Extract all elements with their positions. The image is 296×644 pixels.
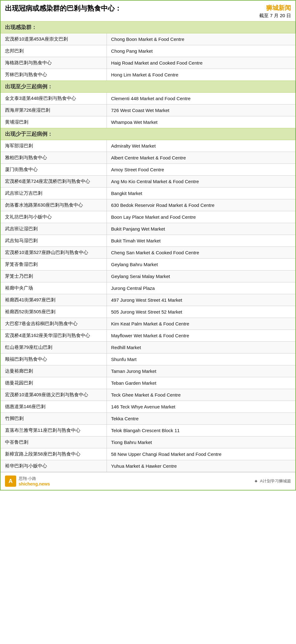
market-english: Albert Centre Market & Food Centre — [107, 152, 295, 164]
market-english: Admiralty Wet Market — [107, 140, 295, 152]
market-chinese: 海格路巴剎与熟食中心 — [1, 57, 107, 69]
market-english: Cheng San Market & Cooked Food Centre — [107, 247, 295, 259]
market-english: Mayflower Wet Market & Food Centre — [107, 330, 295, 342]
table-row: 直落布兰雅弯第11座巴剎与熟食中心Telok Blangah Crescent … — [1, 425, 295, 437]
footer: A 思翔·小路 shicheng.news ✦ A计划学习狮城篇 — [1, 472, 295, 490]
table-row: 宏茂桥6道第724座宏茂桥巴剎与熟食中心Ang Mo Kio Central M… — [1, 176, 295, 188]
market-chinese: 宏茂桥4道第162座美华湿巴剎与熟食中心 — [1, 330, 107, 342]
market-chinese: 武吉班让湿巴剎 — [1, 223, 107, 235]
market-chinese: 德曼花园巴剎 — [1, 377, 107, 389]
market-english: Amoy Street Food Centre — [107, 164, 295, 176]
market-chinese: 宏茂桥10道第409座德义巴剎与熟食中心 — [1, 389, 107, 401]
table-row: 达曼裕廊巴剎Taman Jurong Market — [1, 365, 295, 377]
table-row: 勿洛蓄水池路第630座巴剎与熟食中心630 Bedok Reservoir Ro… — [1, 199, 295, 211]
market-chinese: 裕廊西41街第497座巴剎 — [1, 294, 107, 306]
main-container: 出现冠病或感染群的巴剎与熟食中心： 狮城新闻 截至 7 月 20 日 出现感染群… — [0, 0, 296, 490]
market-english: Boon Lay Place Market and Food Centre — [107, 211, 295, 223]
table-row: 海军部湿巴剎Admiralty Wet Market — [1, 140, 295, 152]
market-english: Jurong Central Plaza — [107, 282, 295, 294]
market-english: 726 West Coast Wet Market — [107, 105, 295, 116]
table-row: 裕华巴剎与小贩中心Yuhua Market & Hawker Centre — [1, 460, 295, 472]
logo-icon: A — [5, 476, 16, 487]
table-row: 金文泰3道第448座巴剎与熟食中心Clementi 448 Market and… — [1, 93, 295, 105]
brand-name: 狮城新闻 — [259, 4, 291, 12]
market-chinese: 勿洛蓄水池路第630座巴剎与熟食中心 — [1, 199, 107, 211]
table-row: 雅柏巴剎与熟食中心Albert Centre Market & Food Cen… — [1, 152, 295, 164]
market-english: Geylang Serai Malay Market — [107, 271, 295, 282]
market-english: Telok Blangah Crescent Block 11 — [107, 425, 295, 437]
market-chinese: 芳林巴剎与熟食中心 — [1, 69, 107, 81]
market-english: Chong Boon Market & Food Centre — [107, 33, 295, 45]
market-english: Bangkit Market — [107, 188, 295, 199]
market-english: 497 Jurong West Street 41 Market — [107, 294, 295, 306]
market-chinese: 雅柏巴剎与熟食中心 — [1, 152, 107, 164]
footer-logo-text: 思翔·小路 shicheng.news — [19, 476, 50, 486]
market-chinese: 宏茂桥6道第724座宏茂桥巴剎与熟食中心 — [1, 176, 107, 188]
market-chinese: 武吉知马湿巴剎 — [1, 235, 107, 247]
market-english: Tiong Bahru Market — [107, 437, 295, 448]
market-chinese: 裕华巴剎与小贩中心 — [1, 460, 107, 472]
market-english: Chong Pang Market — [107, 45, 295, 57]
market-english: Tekka Centre — [107, 413, 295, 425]
table-row: 武吉知马湿巴剎Bukit Timah Wet Market — [1, 235, 295, 247]
market-english: 505 Jurong West Street 52 Market — [107, 306, 295, 318]
market-english: Teban Garden Market — [107, 377, 295, 389]
table-row: 宏茂桥10道第453A座崇文巴剎Chong Boon Market & Food… — [1, 33, 295, 45]
market-chinese: 忠邦巴剎 — [1, 45, 107, 57]
table-row: 宏茂桥10道第527座静山巴剎与熟食中心Cheng San Market & C… — [1, 247, 295, 259]
header: 出现冠病或感染群的巴剎与熟食中心： 狮城新闻 截至 7 月 20 日 — [1, 1, 295, 21]
table-row: 芽笼士乃巴剎Geylang Serai Malay Market — [1, 271, 295, 282]
table-row: 竹脚巴剎Tekka Centre — [1, 413, 295, 425]
table-row: 裕廊西52街第505座巴剎505 Jurong West Street 52 M… — [1, 306, 295, 318]
section-header-three-plus: 出现至少三起病例： — [1, 81, 295, 93]
table-row: 武吉班让湿巴剎Bukit Panjang Wet Market — [1, 223, 295, 235]
market-chinese: 中峇鲁巴剎 — [1, 437, 107, 448]
table-row: 芽笼峇鲁湿巴剎Geylang Bahru Market — [1, 259, 295, 271]
table-row: 武吉班让万吉巴剎Bangkit Market — [1, 188, 295, 199]
market-english: Hong Lim Market & Food Centre — [107, 69, 295, 81]
market-chinese: 厦门街熟食中心 — [1, 164, 107, 176]
market-english: Teck Ghee Market & Food Centre — [107, 389, 295, 401]
market-english: Geylang Bahru Market — [107, 259, 295, 271]
market-english: Redhill Market — [107, 342, 295, 354]
footer-right-text: A计划学习狮城篇 — [260, 478, 291, 484]
table-row: 裕廊中央广场Jurong Central Plaza — [1, 282, 295, 294]
market-chinese: 芽笼士乃巴剎 — [1, 271, 107, 282]
market-chinese: 达曼裕廊巴剎 — [1, 365, 107, 377]
market-chinese: 顺福巴剎与熟食中心 — [1, 354, 107, 365]
footer-icon: ✦ — [254, 478, 258, 484]
market-english: Yuhua Market & Hawker Centre — [107, 460, 295, 472]
market-chinese: 红山巷第79座红山巴剎 — [1, 342, 107, 354]
market-english: Clementi 448 Market and Food Centre — [107, 93, 295, 105]
table-row: 黄埔湿巴剎Whampoa Wet Market — [1, 116, 295, 128]
market-chinese: 竹脚巴剎 — [1, 413, 107, 425]
footer-site: shicheng.news — [19, 481, 50, 486]
market-chinese: 大巴窑7巷金吉棕榈巴剎与熟食中心 — [1, 318, 107, 330]
market-english: Bukit Timah Wet Market — [107, 235, 295, 247]
table-row: 德惠道第146座巴剎146 Teck Whye Avenue Market — [1, 401, 295, 413]
market-chinese: 裕廊西52街第505座巴剎 — [1, 306, 107, 318]
header-right: 狮城新闻 截至 7 月 20 日 — [259, 4, 291, 19]
market-english: Bukit Panjang Wet Market — [107, 223, 295, 235]
table-row: 厦门街熟食中心Amoy Street Food Centre — [1, 164, 295, 176]
market-chinese: 西海岸第726座湿巴剎 — [1, 105, 107, 116]
market-english: Ang Mo Kio Central Market & Food Centre — [107, 176, 295, 188]
market-chinese: 文礼坊巴剎与小贩中心 — [1, 211, 107, 223]
table-row: 大巴窑7巷金吉棕榈巴剎与熟食中心Kim Keat Palm Market & F… — [1, 318, 295, 330]
table-row: 红山巷第79座红山巴剎Redhill Market — [1, 342, 295, 354]
market-chinese: 裕廊中央广场 — [1, 282, 107, 294]
market-english: Whampoa Wet Market — [107, 116, 295, 128]
markets-table: 出现感染群：宏茂桥10道第453A座崇文巴剎Chong Boon Market … — [1, 21, 295, 472]
market-chinese: 黄埔湿巴剎 — [1, 116, 107, 128]
market-english: Kim Keat Palm Market & Food Centre — [107, 318, 295, 330]
table-row: 顺福巴剎与熟食中心Shunfu Mart — [1, 354, 295, 365]
header-date: 截至 7 月 20 日 — [259, 13, 291, 19]
table-row: 宏茂桥10道第409座德义巴剎与熟食中心Teck Ghee Market & F… — [1, 389, 295, 401]
table-row: 芳林巴剎与熟食中心Hong Lim Market & Food Centre — [1, 69, 295, 81]
market-english: 58 New Upper Changi Road Market and Food… — [107, 448, 295, 460]
page-title: 出现冠病或感染群的巴剎与熟食中心： — [5, 4, 122, 13]
market-english: Taman Jurong Market — [107, 365, 295, 377]
table-row: 忠邦巴剎Chong Pang Market — [1, 45, 295, 57]
section-header-less-three: 出现少于三起病例： — [1, 128, 295, 140]
footer-right: ✦ A计划学习狮城篇 — [254, 478, 291, 484]
